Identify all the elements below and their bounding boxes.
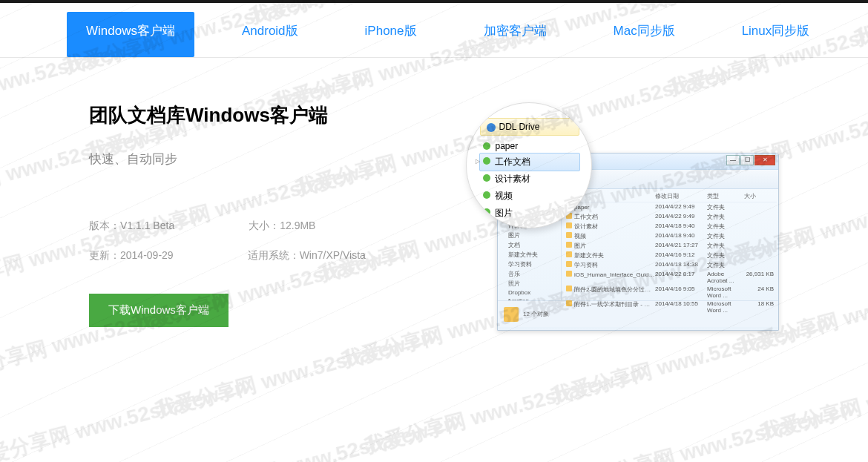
file-row: 学习资料2014/4/18 14:38文件夹 xyxy=(563,260,777,270)
tree-item: 图片 xyxy=(499,231,559,240)
zoom-bubble: DDL Drive paper▷工作文档设计素材视频图片 xyxy=(466,102,592,228)
file-row: iOS_Human_Interface_Guidelines_.pdf2014/… xyxy=(563,270,777,285)
tree-item: 音乐 xyxy=(499,269,559,279)
drive-icon xyxy=(487,123,496,132)
page-title: 团队文档库Windows客户端 xyxy=(89,102,451,128)
tree-item: 新建文件夹 xyxy=(499,250,559,260)
close-icon: ✕ xyxy=(754,155,775,165)
minimize-icon: — xyxy=(726,155,740,165)
tab-mac[interactable]: Mac同步版 xyxy=(594,12,694,57)
download-button[interactable]: 下载Windows客户端 xyxy=(89,294,228,327)
file-row: 新建文件夹2014/4/16 9:12文件夹 xyxy=(563,251,777,260)
bubble-folder-item: 设计素材 xyxy=(480,171,579,188)
explorer-list: 名称 修改日期 类型 大小 paper2014/4/22 9:49文件夹工作文档… xyxy=(562,189,778,300)
folder-icon xyxy=(504,307,519,322)
tab-windows[interactable]: Windows客户端 xyxy=(67,12,194,57)
maximize-icon: ☐ xyxy=(740,155,754,165)
product-illustration: — ☐ ✕ 收藏夹 下载 桌面 计算机 图片 文档 新建文件夹 学习资料 音乐 … xyxy=(451,102,779,354)
file-row: 附件1-一线学术期刊目录 - 副本.docx2014/4/18 10:55Mic… xyxy=(563,300,777,314)
tab-encrypt[interactable]: 加密客户端 xyxy=(464,12,566,57)
tab-android[interactable]: Android版 xyxy=(223,12,318,57)
tree-item: 照片 xyxy=(499,279,559,288)
os-info: 适用系统：Win7/XP/Vista xyxy=(248,249,366,263)
file-row: 附件2-圆的地域填色分分过度.docx2014/4/16 9:05Microso… xyxy=(563,285,777,300)
tree-item: Dropbox xyxy=(499,288,559,297)
file-row: paper2014/4/22 9:49文件夹 xyxy=(563,202,777,212)
tree-item: 学习资料 xyxy=(499,260,559,269)
bubble-folder-item: ▷工作文档 xyxy=(479,153,580,171)
bubble-folder-item: 视频 xyxy=(480,188,579,205)
file-row: 工作文档2014/4/22 9:49文件夹 xyxy=(563,212,777,222)
tree-item: 文档 xyxy=(499,240,559,250)
file-row: 设计素材2014/4/18 9:40文件夹 xyxy=(563,222,777,231)
tree-item: function xyxy=(499,297,559,300)
bubble-folder-item: paper xyxy=(480,139,579,154)
file-row: 视频2014/4/18 9:40文件夹 xyxy=(563,231,777,241)
tab-iphone[interactable]: iPhone版 xyxy=(346,12,436,57)
tab-linux[interactable]: Linux同步版 xyxy=(723,12,829,57)
file-row: 图片2014/4/21 17:27文件夹 xyxy=(563,241,777,251)
bubble-header: DDL Drive xyxy=(480,118,579,136)
version-info: 版本：V1.1.1 Beta xyxy=(89,220,174,233)
page-subtitle: 快速、自动同步 xyxy=(89,151,451,168)
size-info: 大小：12.9MB xyxy=(249,220,315,233)
update-info: 更新：2014-09-29 xyxy=(89,249,174,263)
platform-tabs: Windows客户端 Android版 iPhone版 加密客户端 Mac同步版… xyxy=(0,3,868,58)
